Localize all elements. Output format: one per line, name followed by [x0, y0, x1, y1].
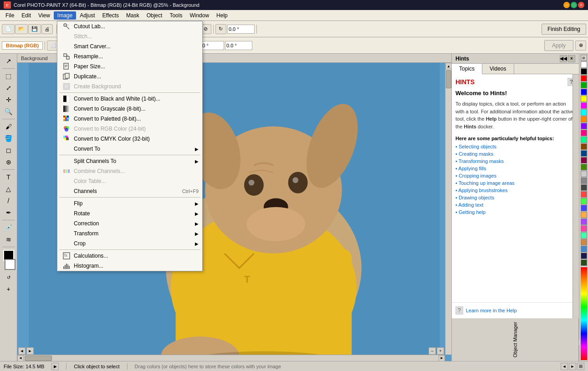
menu-edit[interactable]: Edit: [18, 11, 35, 20]
color-darkgray[interactable]: [581, 184, 587, 191]
file-size-info-btn[interactable]: ▶: [51, 363, 59, 370]
eyedropper-tool[interactable]: 💉: [2, 222, 15, 233]
menu-help[interactable]: Help: [213, 11, 231, 20]
color-yellow[interactable]: [581, 96, 587, 102]
color-orange[interactable]: [581, 116, 587, 122]
hints-link-touching[interactable]: • Touching up image areas: [455, 180, 575, 186]
color-darkblue[interactable]: [581, 253, 587, 259]
smudge-tool[interactable]: ≋: [2, 234, 15, 245]
open-button[interactable]: 📂: [15, 24, 28, 34]
color-navy[interactable]: [581, 150, 587, 157]
menu-duplicate[interactable]: Duplicate...: [57, 71, 202, 81]
color-peach[interactable]: [581, 212, 587, 218]
erase-tool[interactable]: ◻: [2, 145, 15, 156]
menu-convert-palette[interactable]: Convert to Paletted (8-bit)...: [57, 114, 202, 124]
menu-cutout-lab[interactable]: Cutout Lab...: [57, 21, 202, 31]
menu-stitch[interactable]: Stitch...: [57, 31, 202, 41]
menu-rotate[interactable]: Rotate ▶: [57, 208, 202, 219]
hints-link-help[interactable]: • Getting help: [455, 209, 575, 215]
transform-tool[interactable]: ⤢: [2, 82, 15, 93]
object-manager-tab[interactable]: Object Manager: [452, 318, 579, 361]
menu-tools[interactable]: Tools: [166, 11, 186, 20]
color-lightred[interactable]: [581, 191, 587, 198]
hints-link-selecting[interactable]: • Selecting objects: [455, 144, 575, 149]
menu-color-table[interactable]: Color Table...: [57, 176, 202, 186]
hints-close-button[interactable]: ×: [568, 55, 575, 62]
tab-videos[interactable]: Videos: [482, 64, 514, 74]
print-button[interactable]: 🖨: [41, 24, 53, 34]
paint-tool[interactable]: 🖌: [2, 121, 15, 132]
menu-window[interactable]: Window: [186, 11, 213, 20]
apply-button[interactable]: Apply: [544, 40, 573, 51]
menu-file[interactable]: File: [2, 11, 18, 20]
fill-tool[interactable]: 🪣: [2, 133, 15, 144]
h-input[interactable]: [225, 43, 248, 48]
menu-create-background[interactable]: Create Background: [57, 81, 202, 91]
color-blue[interactable]: [581, 89, 587, 95]
shape-tool[interactable]: △: [2, 183, 15, 194]
hints-link-transform[interactable]: • Transforming masks: [455, 158, 575, 164]
color-magenta[interactable]: [581, 102, 587, 109]
status-next[interactable]: ►: [569, 363, 576, 370]
hints-link-masks[interactable]: • Creating masks: [455, 151, 575, 157]
hints-link-drawing[interactable]: • Drawing objects: [455, 195, 575, 200]
scroll-up-arrow[interactable]: ▲: [445, 63, 451, 69]
color-reset[interactable]: ↺: [2, 272, 15, 283]
add-tool[interactable]: +: [2, 284, 15, 295]
apply-plus-button[interactable]: ⊕: [575, 41, 586, 51]
zoom-in-btn[interactable]: +: [437, 347, 444, 355]
menu-view[interactable]: View: [35, 11, 54, 20]
maximize-button[interactable]: □: [571, 2, 577, 8]
move-tool[interactable]: ✛: [2, 94, 15, 105]
rotate-input-group[interactable]: [227, 25, 255, 34]
color-maroon[interactable]: [581, 157, 587, 163]
background-color[interactable]: [5, 259, 15, 270]
color-black[interactable]: [581, 68, 587, 75]
scroll-left-arrow[interactable]: ◄: [17, 355, 24, 361]
menu-convert-bw[interactable]: Convert to Black and White (1-bit)...: [57, 94, 202, 104]
menu-split-channels[interactable]: Split Channels To ▶: [57, 156, 202, 166]
color-lightblue[interactable]: [581, 205, 587, 211]
color-steel[interactable]: [581, 246, 587, 252]
color-darkgreen[interactable]: [581, 259, 587, 266]
color-hotpink[interactable]: [581, 225, 587, 232]
color-white[interactable]: [581, 61, 587, 68]
color-purple[interactable]: [581, 123, 587, 129]
select-tool[interactable]: ↗: [2, 56, 15, 66]
menu-channels[interactable]: Channels Ctrl+F9: [57, 186, 202, 196]
finish-editing-button[interactable]: Finish Editing: [542, 24, 586, 35]
color-green[interactable]: [581, 82, 587, 88]
rotate-input[interactable]: [228, 26, 251, 32]
menu-object[interactable]: Object: [143, 11, 166, 20]
menu-effects[interactable]: Effects: [99, 11, 123, 20]
color-brown[interactable]: [581, 143, 587, 150]
color-lightgreen[interactable]: [581, 198, 587, 204]
color-cyan[interactable]: [581, 109, 587, 116]
menu-convert-to[interactable]: Convert To ▶: [57, 144, 202, 154]
menu-resample[interactable]: Resample...: [57, 51, 202, 61]
tab-topics[interactable]: Topics: [452, 64, 482, 74]
menu-convert-gray[interactable]: Convert to Grayscale (8-bit)...: [57, 104, 202, 114]
vertical-scrollbar[interactable]: ▲: [445, 63, 451, 355]
color-tan[interactable]: [581, 239, 587, 245]
status-prev[interactable]: ◄: [561, 363, 568, 370]
menu-flip[interactable]: Flip ▶: [57, 198, 202, 208]
hints-link-text[interactable]: • Adding text: [455, 202, 575, 208]
close-button[interactable]: ×: [578, 2, 584, 8]
nav-next[interactable]: ►: [26, 347, 34, 355]
rotate-btn[interactable]: ↻: [215, 24, 226, 34]
zoom-out-btn[interactable]: –: [429, 347, 436, 355]
pen-tool[interactable]: ✒: [2, 207, 15, 218]
menu-smart-carver[interactable]: Smart Carver...: [57, 41, 202, 51]
menu-crop[interactable]: Crop ▶: [57, 239, 202, 249]
hints-link-brushstrokes[interactable]: • Applying brushstrokes: [455, 188, 575, 193]
color-lightgray[interactable]: [581, 171, 587, 177]
menu-adjust[interactable]: Adjust: [76, 11, 98, 20]
minimize-button[interactable]: –: [563, 2, 570, 8]
scroll-right-arrow[interactable]: ►: [439, 355, 445, 361]
menu-combine-channels[interactable]: Combine Channels...: [57, 166, 202, 176]
no-color-swatch[interactable]: ⊘: [581, 55, 587, 61]
color-olive[interactable]: [581, 164, 587, 170]
zoom-tool[interactable]: 🔍: [2, 106, 15, 117]
mask-tool[interactable]: ⬚: [2, 71, 15, 81]
